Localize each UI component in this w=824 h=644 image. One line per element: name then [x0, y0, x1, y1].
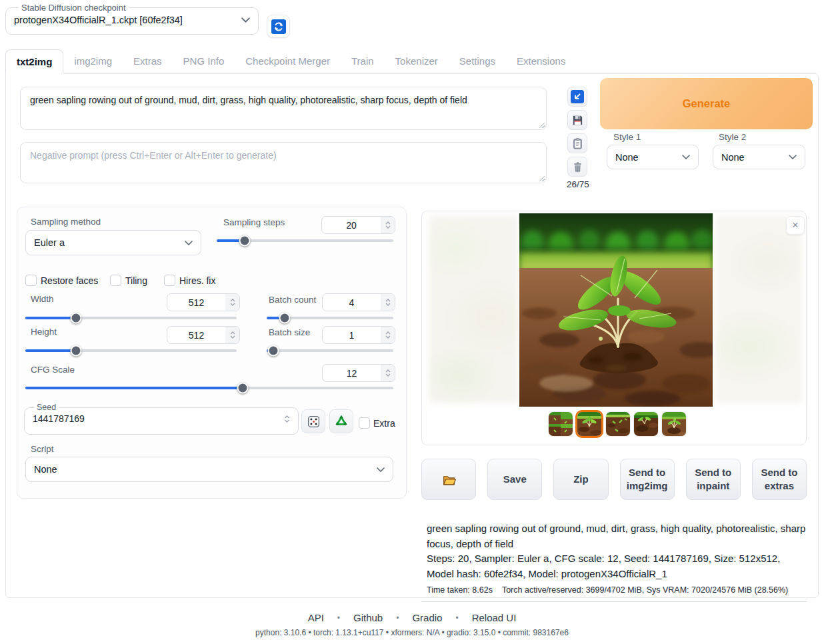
- send-to-extras-button[interactable]: Send to extras: [752, 459, 807, 500]
- github-link[interactable]: Github: [353, 612, 383, 623]
- api-link[interactable]: API: [308, 612, 324, 623]
- generated-thumbnail-2-selected[interactable]: [577, 412, 601, 436]
- style2-label: Style 2: [719, 132, 746, 142]
- arrow-down-left-icon: [571, 90, 584, 103]
- hires-fix-label: Hires. fix: [179, 275, 215, 286]
- sampling-steps-input[interactable]: 20: [321, 216, 395, 234]
- batch-count-slider[interactable]: [267, 317, 393, 319]
- chevron-down-icon: [185, 241, 193, 245]
- height-input[interactable]: 512: [167, 326, 240, 344]
- restore-faces-checkbox[interactable]: [25, 275, 37, 286]
- clear-prompt-button[interactable]: [567, 157, 587, 177]
- sampling-steps-label: Sampling steps: [223, 217, 285, 227]
- generated-image[interactable]: [519, 213, 713, 407]
- output-gallery: ×: [421, 211, 807, 445]
- stepper[interactable]: [225, 294, 239, 311]
- batch-count-label: Batch count: [269, 295, 316, 305]
- sampling-method-select[interactable]: Euler a: [25, 230, 201, 255]
- gradio-link[interactable]: Gradio: [412, 612, 442, 623]
- slider-thumb[interactable]: [237, 383, 248, 394]
- script-select[interactable]: None: [25, 457, 393, 482]
- sampling-steps-slider[interactable]: [217, 239, 393, 242]
- negative-prompt-input[interactable]: [20, 142, 547, 183]
- slider-thumb[interactable]: [267, 345, 279, 357]
- reuse-seed-button[interactable]: [329, 409, 353, 433]
- gallery-adjacent-image: [715, 215, 802, 403]
- extra-seed-label: Extra: [373, 418, 395, 429]
- send-to-img2img-button[interactable]: Send to img2img: [620, 459, 675, 500]
- tab-extras[interactable]: Extras: [123, 49, 173, 74]
- apply-style-button[interactable]: [567, 133, 587, 153]
- width-slider[interactable]: [25, 317, 237, 319]
- send-to-inpaint-button[interactable]: Send to inpaint: [686, 459, 741, 500]
- generated-thumbnail-4[interactable]: [634, 412, 658, 436]
- save-style-button[interactable]: [567, 110, 587, 130]
- batch-count-input[interactable]: 4: [322, 293, 395, 311]
- seed-input[interactable]: Seed 1441787169: [24, 403, 299, 435]
- info-performance: Time taken: 8.62sTorch active/reserved: …: [427, 585, 807, 595]
- stepper[interactable]: [381, 365, 395, 381]
- restore-faces-label: Restore faces: [41, 275, 98, 286]
- generated-thumbnail-1[interactable]: [549, 412, 573, 436]
- height-slider[interactable]: [25, 349, 237, 352]
- tab-tokenizer[interactable]: Tokenizer: [385, 49, 449, 74]
- extra-seed-checkbox[interactable]: [359, 417, 370, 429]
- batch-size-input[interactable]: 1: [322, 326, 395, 344]
- generated-thumbnail-5[interactable]: [662, 412, 686, 436]
- token-counter: 26/75: [564, 179, 592, 189]
- stepper[interactable]: [381, 294, 395, 311]
- width-input[interactable]: 512: [167, 293, 240, 311]
- prompt-input[interactable]: green sapling rowing out of ground, mud,…: [20, 87, 547, 130]
- tiling-checkbox[interactable]: [110, 275, 121, 286]
- random-seed-button[interactable]: [301, 409, 325, 433]
- batch-size-slider[interactable]: [267, 349, 393, 352]
- chevron-down-icon: [241, 17, 250, 23]
- paste-params-button[interactable]: [567, 87, 587, 107]
- script-label: Script: [31, 444, 54, 454]
- hires-fix-checkbox[interactable]: [164, 275, 175, 286]
- reload-ui-link[interactable]: Reload UI: [472, 612, 517, 623]
- tab-settings[interactable]: Settings: [449, 49, 506, 74]
- close-icon[interactable]: ×: [786, 216, 805, 235]
- generated-thumbnail-3[interactable]: [606, 412, 630, 436]
- slider-thumb[interactable]: [239, 235, 251, 247]
- stepper[interactable]: [381, 327, 395, 343]
- bullet-separator: •: [396, 613, 399, 623]
- chevron-down-icon: [789, 155, 797, 159]
- slider-thumb[interactable]: [279, 313, 290, 324]
- refresh-checkpoints-button[interactable]: [267, 15, 290, 38]
- vram-usage: Torch active/reserved: 3699/4702 MiB, Sy…: [502, 585, 788, 595]
- height-label: Height: [31, 327, 57, 337]
- slider-thumb[interactable]: [71, 313, 82, 324]
- info-params: Steps: 20, Sampler: Euler a, CFG scale: …: [427, 551, 807, 581]
- tab-png-info[interactable]: PNG Info: [173, 49, 235, 74]
- style1-select[interactable]: None: [607, 145, 699, 169]
- info-prompt: green sapling rowing out of ground, mud,…: [427, 521, 807, 551]
- stepper[interactable]: [381, 217, 395, 233]
- cfg-scale-label: CFG Scale: [31, 365, 75, 375]
- bullet-separator: •: [455, 613, 458, 623]
- zip-button[interactable]: Zip: [553, 459, 608, 500]
- style2-select[interactable]: None: [713, 145, 805, 169]
- tab-bar: txt2img img2img Extras PNG Info Checkpoi…: [5, 49, 819, 74]
- tab-extensions[interactable]: Extensions: [506, 49, 576, 74]
- cfg-scale-input[interactable]: 12: [322, 364, 395, 382]
- tab-checkpoint-merger[interactable]: Checkpoint Merger: [235, 49, 341, 74]
- open-folder-button[interactable]: [421, 459, 476, 500]
- slider-thumb[interactable]: [71, 345, 82, 357]
- generation-info: green sapling rowing out of ground, mud,…: [421, 521, 807, 602]
- tab-img2img[interactable]: img2img: [63, 49, 123, 74]
- save-button[interactable]: Save: [487, 459, 542, 500]
- checkpoint-select[interactable]: Stable Diffusion checkpoint protogenX34O…: [5, 3, 259, 35]
- footer-version-info: python: 3.10.6 • torch: 1.13.1+cu117 • x…: [0, 628, 824, 637]
- chevron-down-icon: [682, 155, 690, 159]
- stepper[interactable]: [281, 415, 298, 423]
- stepper[interactable]: [225, 327, 239, 343]
- checkpoint-label: Stable Diffusion checkpoint: [18, 3, 129, 13]
- cfg-scale-slider[interactable]: [25, 387, 393, 389]
- tab-train[interactable]: Train: [341, 49, 385, 74]
- sampling-method-label: Sampling method: [31, 217, 101, 227]
- tab-txt2img[interactable]: txt2img: [5, 49, 63, 74]
- generate-button[interactable]: Generate: [600, 78, 813, 129]
- footer-links: API • Github • Gradio • Reload UI: [0, 612, 824, 623]
